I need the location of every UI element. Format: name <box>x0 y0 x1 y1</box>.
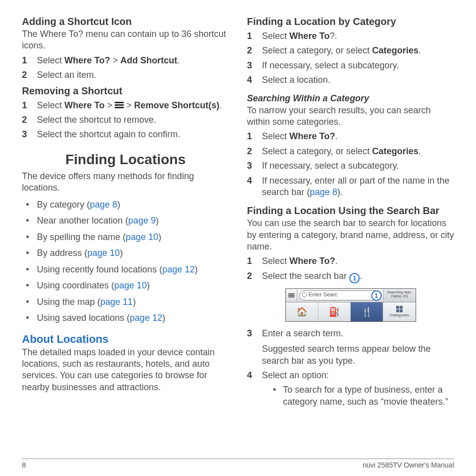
link-page-11[interactable]: page 11 <box>100 297 133 307</box>
heading-removing-shortcut: Removing a Shortcut <box>22 85 229 97</box>
link-page-9[interactable]: page 9 <box>128 216 156 226</box>
link-page-8[interactable]: page 8 <box>90 200 117 210</box>
link-page-12[interactable]: page 12 <box>130 313 162 323</box>
method-address: By address (page 10) <box>22 247 229 259</box>
bycat-step-4: Select a location. <box>247 74 454 86</box>
categories-button: Categories <box>383 302 415 321</box>
right-column: Finding a Location by Category Select Wh… <box>247 16 454 455</box>
within-step-3: If necessary, select a subcategory. <box>247 160 454 172</box>
bycat-step-2: Select a category, or select Categories. <box>247 45 454 56</box>
sb-step-2: Select the search bar 1. <box>247 270 454 283</box>
two-column-layout: Adding a Shortcut Icon The Where To? men… <box>22 16 454 455</box>
sb-step-1: Select Where To?. <box>247 255 454 267</box>
home-icon: 🏠 <box>286 302 318 321</box>
sb-step4-options: To search for a type of business, enter … <box>273 384 454 408</box>
heading-within-category: Searching Within a Category <box>247 93 454 104</box>
bycat-step-1: Select Where To?. <box>247 30 454 42</box>
within-intro: To narrow your search results, you can s… <box>247 105 454 128</box>
method-coordinates: Using coordinates (page 10) <box>22 280 229 291</box>
adding-intro: The Where To? menu can contain up to 36 … <box>22 28 229 52</box>
heading-by-category: Finding a Location by Category <box>247 16 454 27</box>
figure-callout-1: 1 <box>371 290 382 301</box>
left-column: Adding a Shortcut Icon The Where To? men… <box>22 16 229 455</box>
removing-step-2: Select the shortcut to remove. <box>22 114 229 126</box>
finding-intro: The device offers many methods for findi… <box>22 171 229 194</box>
method-saved: Using saved locations (page 12) <box>22 312 229 324</box>
page-footer: 8 nüvi 2585TV Owner's Manual <box>22 459 454 469</box>
figure-searching-near: Searching near: Olathe, KS <box>383 289 416 302</box>
link-page-10[interactable]: page 10 <box>114 280 147 290</box>
removing-steps: Select Where To > > Remove Shortcut(s). … <box>22 100 229 141</box>
figure-search-field: Enter Searc 1 <box>299 290 381 300</box>
link-page-10[interactable]: page 10 <box>126 232 158 242</box>
bycat-step-3: If necessary, select a subcategory. <box>247 60 454 71</box>
menu-icon <box>115 101 124 109</box>
figure-search-placeholder: Enter Searc <box>309 291 338 297</box>
method-near-location: Near another location (page 9) <box>22 215 229 227</box>
callout-1-icon: 1 <box>349 273 360 283</box>
within-step-4: If necessary, enter all or part of the n… <box>247 175 454 199</box>
link-page-8[interactable]: page 8 <box>310 187 337 197</box>
within-step-1: Select Where To?. <box>247 131 454 142</box>
sb-step3-note: Suggested search terms appear below the … <box>262 343 454 367</box>
within-steps: Select Where To?. Select a category, or … <box>247 131 454 198</box>
sb-step-4: Select an option: To search for a type o… <box>247 370 454 408</box>
manual-title: nüvi 2585TV Owner's Manual <box>363 461 454 469</box>
grid-icon <box>396 306 403 312</box>
method-spelling: By spelling the name (page 10) <box>22 232 229 243</box>
adding-step-1: Select Where To? > Add Shortcut. <box>22 55 229 66</box>
within-step-2: Select a category, or select Categories. <box>247 146 454 157</box>
fuel-icon: ⛽ <box>318 302 351 321</box>
searchbar-steps-cont2: Select an option: To search for a type o… <box>247 370 454 408</box>
figure-back-button <box>286 289 297 302</box>
about-intro: The detailed maps loaded in your device … <box>22 347 229 394</box>
removing-step-1: Select Where To > > Remove Shortcut(s). <box>22 100 229 111</box>
restaurant-icon: 🍴 <box>351 302 383 321</box>
method-by-category: By category (page 8) <box>22 199 229 211</box>
search-bar-figure: Enter Searc 1 Searching near: Olathe, KS… <box>285 288 416 322</box>
heading-search-bar: Finding a Location Using the Search Bar <box>247 205 454 217</box>
finding-methods-list: By category (page 8) Near another locati… <box>22 199 229 324</box>
menu-icon <box>288 293 294 298</box>
method-map: Using the map (page 11) <box>22 296 229 308</box>
searchbar-intro: You can use the search bar to search for… <box>247 218 454 252</box>
adding-step-2: Select an item. <box>22 69 229 81</box>
figure-icon-row: 🏠 ⛽ 🍴 Categories <box>286 302 416 321</box>
link-page-12[interactable]: page 12 <box>162 264 195 274</box>
heading-adding-shortcut: Adding a Shortcut Icon <box>22 16 229 27</box>
by-category-steps: Select Where To?. Select a category, or … <box>247 30 454 86</box>
link-page-10[interactable]: page 10 <box>87 248 120 258</box>
sb-step4-opt1: To search for a type of business, enter … <box>273 384 454 408</box>
sb-step-3: Enter a search term. <box>247 328 454 339</box>
searchbar-steps: Select Where To?. Select the search bar … <box>247 255 454 283</box>
searchbar-steps-cont: Enter a search term. <box>247 328 454 339</box>
removing-step-3: Select the shortcut again to confirm. <box>22 129 229 140</box>
adding-steps: Select Where To? > Add Shortcut. Select … <box>22 55 229 81</box>
page-number: 8 <box>22 461 26 469</box>
figure-top-row: Enter Searc 1 Searching near: Olathe, KS <box>286 289 416 302</box>
manual-page: Adding a Shortcut Icon The Where To? men… <box>0 0 476 476</box>
method-recent: Using recently found locations (page 12) <box>22 264 229 275</box>
heading-finding-locations: Finding Locations <box>22 152 229 168</box>
heading-about-locations: About Locations <box>22 333 229 346</box>
